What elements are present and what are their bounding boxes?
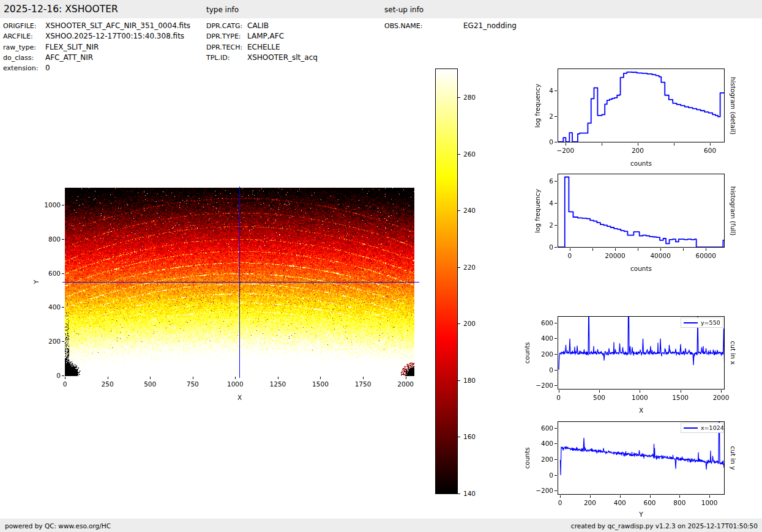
cut-in-y-x-tick <box>679 495 680 498</box>
detector-y-tick-label: 800 <box>48 235 61 243</box>
histogram-detail-x-tick <box>566 143 566 146</box>
detector-x-tick <box>363 377 364 379</box>
histogram-detail-xlabel: counts <box>630 160 652 167</box>
histogram-full-x-tick-label: 40000 <box>650 252 670 259</box>
meta-value-tplid: XSHOOTER_slt_acq <box>247 54 318 62</box>
histogram-detail-x-tick <box>638 143 638 146</box>
meta-label-doclass: do_class: <box>3 54 34 62</box>
meta-value-obsname: EG21_nodding <box>463 22 517 30</box>
cut-in-x-y-tick <box>555 323 557 323</box>
cut-in-x-x-tick-label: 0 <box>556 394 561 401</box>
meta-label-dprcatg: DPR.CATG: <box>206 22 242 30</box>
detector-x-tick-label: 500 <box>144 380 156 388</box>
colorbar-tick <box>458 493 460 494</box>
detector-y-tick <box>62 205 64 205</box>
colorbar-tick <box>458 210 460 211</box>
cut-in-y-y-tick <box>555 428 557 429</box>
detector-y-tick-label: 400 <box>48 303 61 311</box>
detector-x-tick <box>406 377 406 379</box>
detector-x-tick <box>150 377 151 379</box>
cut-in-x-y-tick <box>555 370 557 371</box>
cut-in-x-y-tick-label: 400 <box>541 334 553 342</box>
colorbar-tick-label: 200 <box>463 320 476 327</box>
detector-x-tick-label: 2000 <box>397 380 414 388</box>
cut-in-y-x-tick <box>590 495 591 498</box>
cut-in-x-y-tick-label: 200 <box>541 350 553 358</box>
cut-in-y-x-tick-label: 200 <box>584 499 596 506</box>
crosshair-horizontal-line <box>62 282 419 283</box>
histogram-full-y-tick-label: 6 <box>549 177 553 185</box>
colorbar-tick <box>458 267 460 268</box>
footer-left: powered by QC: www.eso.org/HC <box>5 522 111 530</box>
cut-in-x-x-tick <box>640 390 640 393</box>
cut-in-x-x-tick-label: 1500 <box>672 394 689 401</box>
section-setup-info: set-up info <box>384 6 424 14</box>
cut-in-y-y-tick <box>555 475 557 476</box>
colorbar-tick-label: 260 <box>463 150 476 158</box>
cut-in-y-x-tick <box>709 495 710 498</box>
histogram-detail-y-tick-label: 2 <box>549 113 553 120</box>
qc-report-page: 2025-12-16: XSHOOTER type info set-up in… <box>0 0 762 532</box>
cut-in-x-x-tick-label: 500 <box>593 394 605 401</box>
histogram-full-x-tick <box>570 248 570 251</box>
detector-y-tick <box>62 341 64 342</box>
meta-label-tplid: TPL.ID: <box>206 54 230 62</box>
colorbar-tick <box>458 323 460 324</box>
meta-value-extension: 0 <box>45 64 50 72</box>
cut-in-x-y-tick-label: 600 <box>541 319 553 327</box>
cut-in-x-xlabel: X <box>639 407 643 414</box>
meta-value-dprtype: LAMP,AFC <box>247 32 284 40</box>
colorbar-tick-label: 180 <box>463 377 476 384</box>
meta-value-origfile: XSHOOTER_SLT_AFC_NIR_351_0004.fits <box>45 22 190 30</box>
cut-in-x-x-tick <box>721 390 722 393</box>
histogram-full-x-tick <box>592 248 593 251</box>
cut-in-y-y-tick-label: 0 <box>549 471 553 479</box>
detector-ylabel: Y <box>32 280 40 284</box>
meta-label-dprtype: DPR.TYPE: <box>206 32 241 40</box>
cut-in-x-x-tick-label: 2000 <box>713 394 730 401</box>
histogram-detail-x-tick <box>710 143 711 146</box>
colorbar-tick-label: 280 <box>463 94 476 101</box>
histogram-detail-x-tick-label: −200 <box>556 147 574 154</box>
detector-xlabel: X <box>237 394 242 401</box>
colorbar-tick <box>458 154 460 155</box>
detector-x-tick-label: 250 <box>102 380 114 388</box>
detector-x-tick <box>108 377 108 379</box>
cut-in-x-x-tick-label: 1000 <box>632 394 648 401</box>
histogram-full-frame <box>558 174 725 248</box>
cut-in-y-x-tick-label: 1000 <box>701 499 718 506</box>
cut-in-y-y-tick <box>555 490 557 491</box>
cut-in-x-x-tick <box>599 390 600 393</box>
detector-x-tick <box>320 377 321 379</box>
histogram-full-y-tick-label: 0 <box>549 243 553 251</box>
histogram-full-x-tick-label: 0 <box>568 252 572 259</box>
detector-y-tick <box>62 375 64 376</box>
cut-in-y-x-tick <box>620 495 621 498</box>
colorbar-tick <box>458 380 460 381</box>
detector-y-tick <box>62 307 64 308</box>
meta-value-doclass: AFC_ATT_NIR <box>45 54 93 62</box>
colorbar-tick <box>458 97 460 98</box>
detector-y-tick <box>62 239 64 240</box>
meta-label-rawtype: raw_type: <box>3 43 36 51</box>
detector-x-tick <box>278 377 278 379</box>
cut-in-y-x-tick-label: 600 <box>644 499 656 506</box>
histogram-full-x-tick <box>683 248 684 251</box>
cut-in-y-x-tick-label: 400 <box>614 499 626 506</box>
histogram-full-x-tick-label: 60000 <box>696 252 716 259</box>
histogram-full-xlabel: counts <box>630 265 652 272</box>
histogram-detail-x-tick-label: 200 <box>632 147 644 154</box>
section-type-info: type info <box>206 6 239 14</box>
histogram-full-x-tick <box>638 248 638 251</box>
detector-x-tick-label: 1000 <box>227 380 244 388</box>
cut-in-y-y-tick-label: 200 <box>541 456 553 463</box>
meta-label-extension: extension: <box>3 64 38 72</box>
detector-x-tick <box>235 377 236 379</box>
colorbar-tick <box>458 437 460 437</box>
histogram-detail-x-tick-label: 600 <box>704 147 716 154</box>
cut-in-x-y-tick <box>555 385 557 386</box>
cut-in-x-y-tick <box>555 354 557 355</box>
cut-in-x-right-label: cut in x <box>730 341 737 364</box>
detector-x-tick-label: 1250 <box>270 380 286 388</box>
detector-y-tick-label: 1000 <box>44 201 61 209</box>
